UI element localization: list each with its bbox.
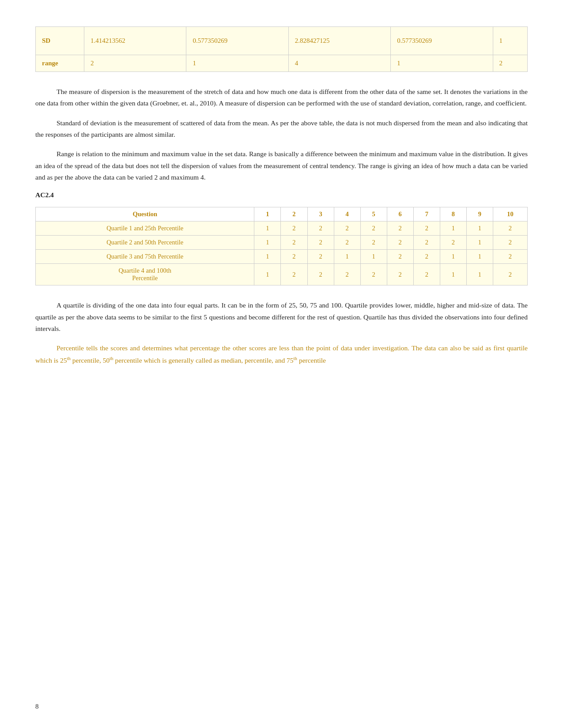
ac-row-4-v2: 2 (281, 264, 307, 285)
ac-row-3-v1: 1 (254, 250, 281, 264)
ac-row-1-v2: 2 (281, 221, 307, 236)
ac-row-4-v6: 2 (387, 264, 413, 285)
ac-row-2-label: Quartile 2 and 50th Percentile (36, 236, 254, 250)
top-table: SD 1.414213562 0.577350269 2.828427125 0… (35, 26, 528, 72)
ac-row-2-v1: 1 (254, 236, 281, 250)
ac-row-2-v6: 2 (387, 236, 413, 250)
paragraph-3: Range is relation to the minimum and max… (35, 148, 528, 183)
ac-row-4-v4: 2 (334, 264, 360, 285)
ac-row-1: Quartile 1 and 25th Percentile 1 2 2 2 2… (36, 221, 528, 236)
bottom-paragraph-2: Percentile tells the scores and determin… (35, 342, 528, 366)
ac-row-2-v7: 2 (413, 236, 440, 250)
page-number: 8 (35, 703, 39, 710)
col-header-7: 7 (413, 207, 440, 221)
sd-val-4: 0.577350269 (391, 27, 493, 55)
col-header-3: 3 (307, 207, 334, 221)
ac-row-4-v5: 2 (360, 264, 387, 285)
range-val-4: 1 (391, 55, 493, 72)
ac-row-1-v4: 2 (334, 221, 360, 236)
col-header-2: 2 (281, 207, 307, 221)
ac-table: Question 1 2 3 4 5 6 7 8 9 10 Quartile 1… (35, 207, 528, 285)
ac-row-4-v3: 2 (307, 264, 334, 285)
ac-row-2-v8: 2 (440, 236, 466, 250)
ac-row-2-v5: 2 (360, 236, 387, 250)
ac-row-4-v7: 2 (413, 264, 440, 285)
ac-row-1-v10: 2 (493, 221, 527, 236)
ac-row-3: Quartile 3 and 75th Percentile 1 2 2 1 1… (36, 250, 528, 264)
ac-row-2-v2: 2 (281, 236, 307, 250)
col-header-9: 9 (466, 207, 493, 221)
sd-val-3: 2.828427125 (288, 27, 390, 55)
range-val-5: 2 (493, 55, 527, 72)
col-header-1: 1 (254, 207, 281, 221)
sd-val-2: 0.577350269 (186, 27, 288, 55)
ac-row-2-v3: 2 (307, 236, 334, 250)
col-header-question: Question (36, 207, 254, 221)
sd-label: SD (36, 27, 84, 55)
ac-row-2-v4: 2 (334, 236, 360, 250)
ac-row-3-v6: 2 (387, 250, 413, 264)
ac-row-1-v9: 1 (466, 221, 493, 236)
ac-row-2-v10: 2 (493, 236, 527, 250)
sd-row: SD 1.414213562 0.577350269 2.828427125 0… (36, 27, 528, 55)
range-val-1: 2 (84, 55, 186, 72)
ac-row-4-label: Quartile 4 and 100thPercentile (36, 264, 254, 285)
range-label: range (36, 55, 84, 72)
ac-row-3-v3: 2 (307, 250, 334, 264)
ac-row-1-v7: 2 (413, 221, 440, 236)
ac-row-3-v2: 2 (281, 250, 307, 264)
ac-row-1-v6: 2 (387, 221, 413, 236)
col-header-8: 8 (440, 207, 466, 221)
col-header-10: 10 (493, 207, 527, 221)
ac-row-1-v5: 2 (360, 221, 387, 236)
ac-row-3-label: Quartile 3 and 75th Percentile (36, 250, 254, 264)
ac-row-3-v9: 1 (466, 250, 493, 264)
bottom-paragraph-1: A quartile is dividing of the one data i… (35, 300, 528, 334)
ac-row-2: Quartile 2 and 50th Percentile 1 2 2 2 2… (36, 236, 528, 250)
ac-row-1-v3: 2 (307, 221, 334, 236)
range-val-3: 4 (288, 55, 390, 72)
ac-row-3-v10: 2 (493, 250, 527, 264)
ac-row-1-label: Quartile 1 and 25th Percentile (36, 221, 254, 236)
ac-row-4: Quartile 4 and 100thPercentile 1 2 2 2 2… (36, 264, 528, 285)
ac-row-3-v8: 1 (440, 250, 466, 264)
ac-row-4-v9: 1 (466, 264, 493, 285)
col-header-5: 5 (360, 207, 387, 221)
range-val-2: 1 (186, 55, 288, 72)
col-header-6: 6 (387, 207, 413, 221)
ac-row-3-v4: 1 (334, 250, 360, 264)
sd-val-1: 1.414213562 (84, 27, 186, 55)
ac-row-2-v9: 1 (466, 236, 493, 250)
ac-row-3-v5: 1 (360, 250, 387, 264)
sd-val-5: 1 (493, 27, 527, 55)
ac-row-1-v1: 1 (254, 221, 281, 236)
col-header-4: 4 (334, 207, 360, 221)
ac-table-header-row: Question 1 2 3 4 5 6 7 8 9 10 (36, 207, 528, 221)
page: SD 1.414213562 0.577350269 2.828427125 0… (0, 0, 563, 728)
ac-row-4-v1: 1 (254, 264, 281, 285)
ac-row-1-v8: 1 (440, 221, 466, 236)
ac-row-4-v10: 2 (493, 264, 527, 285)
paragraph-1: The measure of dispersion is the measure… (35, 86, 528, 109)
ac-row-3-v7: 2 (413, 250, 440, 264)
ac-row-4-v8: 1 (440, 264, 466, 285)
range-row: range 2 1 4 1 2 (36, 55, 528, 72)
paragraph-2: Standard of deviation is the measurement… (35, 117, 528, 141)
section-heading-ac24: AC2.4 (35, 191, 528, 199)
